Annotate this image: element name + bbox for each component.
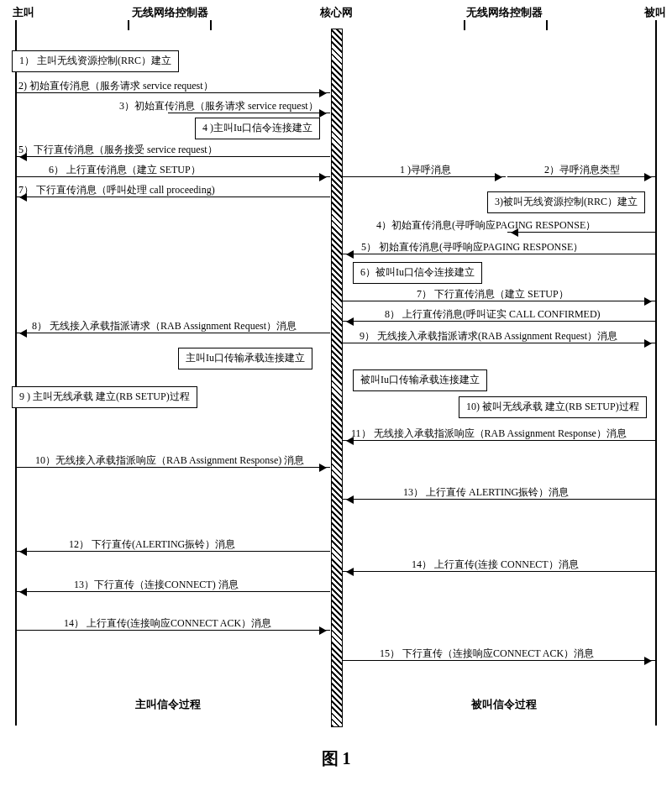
actor-callee: 被叫 [644,5,666,20]
step-callee-9-arrow [343,343,655,343]
step-callee-14-label: 14） 上行直传(连接 CONNECT）消息 [412,558,579,572]
step-callee-6-iu-sig: 6）被叫Iu口信令连接建立 [353,262,482,284]
step-caller-3-label: 3）初始直传消息（服务请求 service request） [119,99,318,113]
step-caller-3-arrow [168,113,330,113]
lifeline-rnc-l-top2 [210,20,212,30]
step-caller-2-arrow [16,92,330,93]
step-caller-2-label: 2) 初始直传消息（服务请求 service request） [18,79,213,93]
step-caller-14-arrow [16,630,330,631]
actor-core: 核心网 [320,5,353,20]
actor-rnc-left: 无线网络控制器 [132,5,208,20]
footer-right: 被叫信令过程 [471,697,537,712]
actor-rnc-right: 无线网络控制器 [466,5,543,20]
step-caller-10-arrow [16,467,330,468]
step-callee-1-arrow [343,176,506,177]
footer-left: 主叫信令过程 [135,697,201,712]
lifeline-rnc-l-top [128,20,129,30]
step-caller-10-label: 10）无线接入承载指派响应（RAB Assignment Response) 消… [35,453,304,468]
iu-bearer-left: 主叫Iu口传输承载连接建立 [178,348,312,369]
step-caller-5-label: 5）下行直传消息（服务接受 service request） [18,143,218,157]
step-caller-12-label: 12） 下行直传(ALERTING振铃）消息 [69,537,235,552]
step-callee-3-rrc: 3)被叫无线资源控制(RRC）建立 [487,191,645,213]
step-callee-15-label: 15） 下行直传（连接响应CONNECT ACK）消息 [380,647,594,661]
step-callee-14-arrow [343,571,655,572]
step-callee-9-label: 9） 无线接入承载指派请求(RAB Assignment Request）消息 [360,329,617,343]
step-callee-5-arrow [343,254,655,254]
sequence-diagram: 主叫 无线网络控制器 核心网 无线网络控制器 被叫 1） 主叫无线资源控制(RR… [0,0,672,786]
step-caller-7-label: 7） 下行直传消息（呼叫处理 call proceeding) [18,183,215,197]
step-caller-12-arrow [16,551,330,552]
step-caller-8-label: 8） 无线接入承载指派请求（RAB Assignment Request）消息 [32,319,297,333]
step-callee-4-label: 4）初始直传消息(寻呼响应PAGING RESPONSE） [376,218,596,233]
lifeline-caller [15,20,17,726]
step-callee-10-rb-setup: 10) 被叫无线承载 建立(RB SETUP)过程 [459,396,647,418]
step-caller-14-label: 14） 上行直传(连接响应CONNECT ACK）消息 [64,616,271,631]
lifeline-core [331,29,343,727]
lifeline-rnc-r-top [464,20,465,30]
step-callee-8-arrow [343,321,655,322]
step-caller-9-rb-setup: 9 ) 主叫无线承载 建立(RB SETUP)过程 [12,386,197,408]
step-caller-6-arrow [16,176,330,177]
step-callee-15-arrow [343,660,655,661]
lifeline-rnc-r-top2 [546,20,548,30]
step-callee-13-arrow [343,499,655,500]
step-caller-7-arrow [16,196,330,197]
step-callee-2-arrow [507,176,655,177]
step-callee-7-label: 7） 下行直传消息（建立 SETUP） [417,287,569,301]
step-callee-8-label: 8） 上行直传消息(呼叫证实 CALL CONFIRMED) [385,307,601,322]
step-callee-11-arrow [343,440,655,441]
step-caller-4-iu-sig: 4 )主叫Iu口信令连接建立 [195,118,320,139]
lifeline-callee [655,20,657,726]
step-callee-11-label: 11） 无线接入承载指派响应（RAB Assignment Response）消… [351,427,627,441]
step-callee-5-label: 5） 初始直传消息(寻呼响应PAGING RESPONSE） [361,240,583,254]
step-callee-1-label: 1 )寻呼消息 [400,163,451,177]
step-caller-13-label: 13）下行直传（连接CONNECT) 消息 [74,578,239,592]
step-caller-13-arrow [16,591,330,592]
step-callee-4-arrow [507,232,655,233]
step-caller-6-label: 6） 上行直传消息（建立 SETUP） [49,163,201,177]
step-caller-8-arrow [16,333,330,333]
step-callee-2-label: 2）寻呼消息类型 [544,163,620,177]
step-callee-13-label: 13） 上行直传 ALERTING振铃）消息 [403,485,569,500]
step-caller-1-rrc: 1） 主叫无线资源控制(RRC）建立 [12,50,179,72]
step-caller-5-arrow [16,156,330,157]
figure-caption: 图 1 [322,747,351,770]
step-callee-7-arrow [343,301,655,301]
actor-caller: 主叫 [13,5,34,20]
iu-bearer-right: 被叫Iu口传输承载连接建立 [353,369,487,391]
